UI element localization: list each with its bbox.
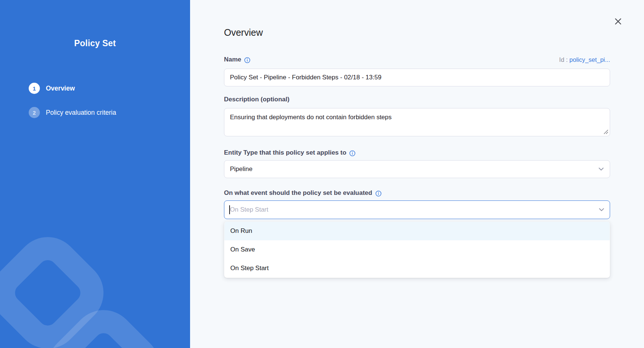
wizard-sidebar: Policy Set 1 Overview 2 Policy evaluatio… xyxy=(0,0,190,348)
page-title: Overview xyxy=(224,27,610,38)
description-textarea[interactable]: Ensuring that deployments do not contain… xyxy=(224,108,610,136)
event-options-menu: On Run On Save On Step Start xyxy=(224,221,610,278)
event-label: On what event should the policy set be e… xyxy=(224,189,372,197)
entity-type-selected-value: Pipeline xyxy=(230,165,253,173)
entity-type-select[interactable]: Pipeline xyxy=(224,160,610,178)
info-icon[interactable] xyxy=(349,150,356,156)
chevron-down-icon xyxy=(599,168,604,171)
close-icon xyxy=(615,18,622,25)
wizard-steps: 1 Overview 2 Policy evaluation criteria xyxy=(29,83,116,118)
policy-set-id-link[interactable]: policy_set_pi... xyxy=(569,56,610,63)
step-label: Overview xyxy=(46,85,75,92)
id-label: Id : xyxy=(559,56,568,63)
text-cursor xyxy=(229,205,230,214)
entity-type-label: Entity Type that this policy set applies… xyxy=(224,149,346,156)
resize-handle-icon[interactable] xyxy=(603,129,608,134)
event-combobox-input[interactable] xyxy=(224,200,610,219)
step-number-badge: 1 xyxy=(29,83,40,94)
option-on-save[interactable]: On Save xyxy=(224,240,610,259)
policy-set-wizard-modal: Policy Set 1 Overview 2 Policy evaluatio… xyxy=(0,0,644,348)
harness-logo-watermark xyxy=(0,188,190,348)
name-label: Name xyxy=(224,56,241,63)
chevron-down-icon xyxy=(599,208,604,211)
step-policy-evaluation-criteria[interactable]: 2 Policy evaluation criteria xyxy=(29,107,116,118)
step-overview[interactable]: 1 Overview xyxy=(29,83,116,94)
wizard-title: Policy Set xyxy=(0,0,190,48)
step-label: Policy evaluation criteria xyxy=(46,109,116,117)
info-icon[interactable] xyxy=(375,190,382,197)
option-on-step-start[interactable]: On Step Start xyxy=(224,259,610,278)
overview-panel: Overview Name Id : policy_set_pi... xyxy=(190,0,644,348)
description-label: Description (optional) xyxy=(224,96,290,103)
step-number-badge: 2 xyxy=(29,107,40,118)
option-on-run[interactable]: On Run xyxy=(224,222,610,240)
name-input[interactable] xyxy=(224,69,610,86)
info-icon[interactable] xyxy=(244,57,250,63)
close-button[interactable] xyxy=(613,16,623,26)
